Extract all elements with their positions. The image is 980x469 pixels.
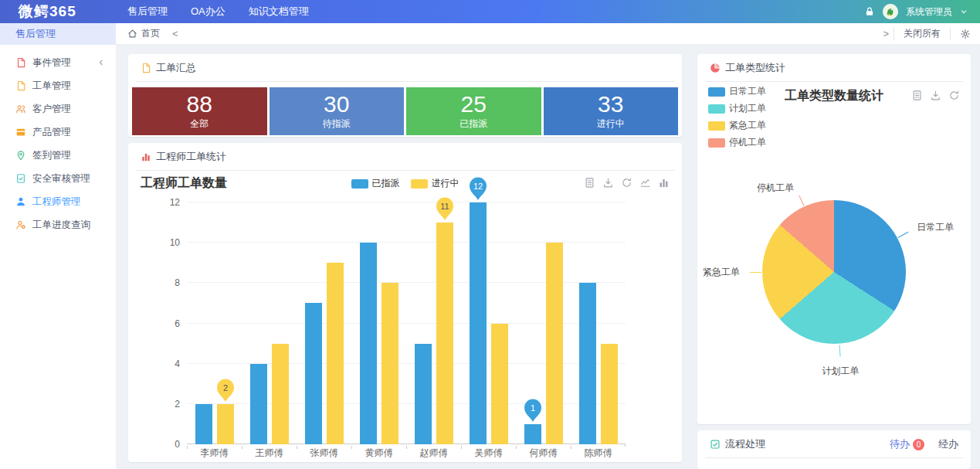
content-area: 工单汇总 88 全部30 待指派25 已指派33 进行中 工程师工单统计 bbox=[116, 45, 980, 469]
chevron-left-icon bbox=[97, 59, 105, 66]
tags-bar: 首页 < > 关闭所有 bbox=[116, 23, 980, 45]
tabs-scroll-left-button[interactable]: < bbox=[168, 28, 183, 39]
pie-slice-label: 日常工单 bbox=[917, 221, 954, 234]
stat-value: 33 bbox=[598, 92, 623, 117]
x-axis-label: 何师傅 bbox=[516, 447, 571, 460]
top-menu-item[interactable]: 知识文档管理 bbox=[237, 0, 320, 23]
top-menu-item[interactable]: 售后管理 bbox=[116, 0, 179, 23]
legend-swatch bbox=[351, 179, 368, 189]
bar-进行中-何师傅[interactable] bbox=[546, 243, 563, 444]
line-chart-icon[interactable] bbox=[639, 177, 651, 189]
bar-chart-icon[interactable] bbox=[658, 177, 670, 189]
stat-box-已指派[interactable]: 25 已指派 bbox=[406, 87, 541, 135]
customers-icon bbox=[15, 104, 26, 114]
sidebar-item-签到管理[interactable]: 签到管理 bbox=[0, 144, 116, 167]
todo-count-badge: 0 bbox=[913, 439, 924, 450]
bar-进行中-赵师傅[interactable] bbox=[436, 223, 453, 444]
file-icon bbox=[15, 80, 26, 91]
stat-box-待指派[interactable]: 30 待指派 bbox=[270, 87, 405, 135]
user-name[interactable]: 系统管理员 bbox=[906, 5, 952, 19]
y-axis-tick-label: 10 bbox=[170, 237, 180, 248]
x-axis-label: 张师傅 bbox=[297, 447, 351, 460]
legend-item-进行中[interactable]: 进行中 bbox=[411, 177, 459, 190]
bar-已指派-张师傅[interactable] bbox=[305, 303, 322, 444]
progress-icon bbox=[15, 219, 26, 230]
bar-已指派-黄师傅[interactable] bbox=[360, 243, 377, 444]
check-square-icon bbox=[710, 439, 721, 450]
bar-进行中-李师傅[interactable] bbox=[217, 404, 234, 444]
summary-card-title: 工单汇总 bbox=[156, 61, 196, 75]
sidebar-item-工单进度查询[interactable]: 工单进度查询 bbox=[0, 213, 116, 236]
bar-进行中-王师傅[interactable] bbox=[272, 344, 289, 444]
legend-label: 进行中 bbox=[432, 177, 459, 190]
process-card-title: 流程处理 bbox=[725, 437, 765, 451]
bar-已指派-李师傅[interactable] bbox=[195, 404, 212, 444]
bar-plot: 024681012 12 1 11 2 bbox=[187, 202, 626, 444]
pie-slice-label: 紧急工单 bbox=[703, 266, 740, 279]
sidebar-item-产品管理[interactable]: 产品管理 bbox=[0, 121, 116, 144]
chevron-down-icon[interactable] bbox=[960, 8, 968, 15]
bar-已指派-何师傅[interactable] bbox=[524, 424, 541, 444]
x-axis-label: 李师傅 bbox=[187, 447, 242, 460]
pie-label-line bbox=[750, 272, 761, 273]
sidebar-item-label: 签到管理 bbox=[32, 149, 71, 162]
tab-home[interactable]: 首页 bbox=[127, 27, 160, 40]
product-icon bbox=[15, 127, 26, 138]
app-logo: 微鳄365 bbox=[0, 2, 116, 22]
bar-group-张师傅 bbox=[297, 202, 351, 444]
pie-chart-area: 日常工单计划工单紧急工单停机工单 bbox=[697, 54, 971, 424]
download-icon[interactable] bbox=[602, 177, 614, 189]
engineer-orders-card: 工程师工单统计 工程师工单数量 已指派 进行中 024681012 12 1 1… bbox=[128, 143, 682, 462]
lock-icon[interactable] bbox=[864, 6, 875, 17]
bar-已指派-陈师傅[interactable] bbox=[579, 283, 596, 444]
sidebar-item-工程师管理[interactable]: 工程师管理 bbox=[0, 190, 116, 213]
bar-进行中-张师傅[interactable] bbox=[327, 263, 344, 444]
todo-label: 待办 bbox=[890, 437, 910, 451]
topbar-right: 系统管理员 bbox=[864, 4, 980, 19]
bar-进行中-吴师傅[interactable] bbox=[491, 324, 508, 445]
sidebar-item-事件管理[interactable]: 事件管理 bbox=[0, 51, 116, 74]
data-view-icon[interactable] bbox=[584, 177, 595, 189]
audit-icon bbox=[15, 173, 26, 184]
top-menu-item[interactable]: OA办公 bbox=[179, 0, 237, 23]
bar-进行中-陈师傅[interactable] bbox=[601, 344, 618, 444]
pie-label-line bbox=[839, 345, 840, 356]
pie-label-line bbox=[799, 195, 804, 206]
x-axis-label: 吴师傅 bbox=[461, 447, 516, 460]
file-icon bbox=[141, 63, 151, 73]
summary-stats: 88 全部30 待指派25 已指派33 进行中 bbox=[128, 82, 682, 135]
stat-box-进行中[interactable]: 33 进行中 bbox=[544, 87, 679, 135]
sidebar-item-label: 工程师管理 bbox=[32, 195, 81, 209]
bar-已指派-王师傅[interactable] bbox=[250, 364, 267, 444]
tabs-scroll-right-button[interactable]: > bbox=[878, 28, 894, 39]
gear-icon[interactable] bbox=[950, 29, 971, 39]
sidebar-item-工单管理[interactable]: 工单管理 bbox=[0, 74, 116, 97]
legend-swatch bbox=[411, 179, 428, 189]
sidebar-item-label: 事件管理 bbox=[32, 56, 71, 70]
legend-item-已指派[interactable]: 已指派 bbox=[351, 177, 400, 190]
bar-xaxis-labels: 李师傅王师傅张师傅黄师傅赵师傅吴师傅何师傅陈师傅 bbox=[187, 444, 626, 460]
stat-label: 待指派 bbox=[323, 117, 351, 131]
close-all-button[interactable]: 关闭所有 bbox=[894, 27, 950, 40]
tab-done[interactable]: 经办 bbox=[938, 437, 958, 451]
bar-已指派-吴师傅[interactable] bbox=[470, 202, 487, 444]
refresh-icon[interactable] bbox=[621, 177, 632, 189]
stat-value: 88 bbox=[187, 92, 212, 117]
sidebar-item-客户管理[interactable]: 客户管理 bbox=[0, 97, 116, 121]
tab-todo[interactable]: 待办 0 bbox=[890, 437, 924, 451]
bar-chart-toolbox bbox=[584, 177, 670, 189]
sidebar-item-label: 工单管理 bbox=[32, 80, 71, 93]
bar-group-何师傅 bbox=[516, 202, 571, 444]
pie-slice-label: 停机工单 bbox=[757, 181, 794, 194]
sidebar-item-安全审核管理[interactable]: 安全审核管理 bbox=[0, 167, 116, 190]
pie-slice-label: 计划工单 bbox=[822, 365, 860, 378]
bar-已指派-赵师傅[interactable] bbox=[415, 344, 432, 444]
stat-box-全部[interactable]: 88 全部 bbox=[132, 87, 267, 135]
pie-chart[interactable] bbox=[762, 200, 906, 344]
sidebar-item-label: 产品管理 bbox=[32, 126, 71, 139]
bar-chart-legend: 已指派 进行中 bbox=[351, 177, 459, 190]
avatar[interactable] bbox=[883, 4, 898, 19]
process-card: 流程处理 待办 0 经办 bbox=[697, 430, 971, 469]
bar-进行中-黄师傅[interactable] bbox=[381, 283, 398, 444]
engineer-icon bbox=[15, 196, 26, 207]
